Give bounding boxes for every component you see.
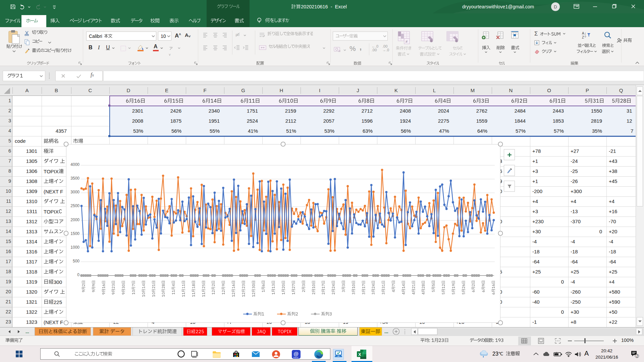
svg-text:ab: ab: [235, 33, 239, 37]
svg-text:...: ...: [25, 329, 29, 334]
svg-text:@: @: [293, 351, 299, 357]
svg-text:2: 2: [636, 354, 638, 358]
svg-text:≠: ≠: [406, 39, 408, 44]
svg-text:menu: menu: [293, 356, 298, 358]
svg-text:A: A: [582, 32, 584, 35]
svg-text:X: X: [358, 352, 361, 357]
svg-text:Z: Z: [582, 36, 584, 39]
